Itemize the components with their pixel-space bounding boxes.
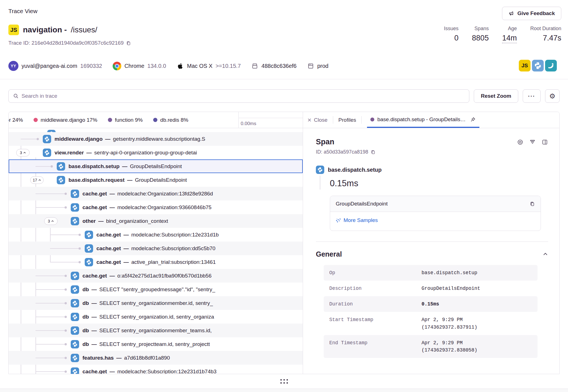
chrome-icon <box>113 62 121 70</box>
span-description: a7d618b8df01a890 <box>124 355 170 361</box>
expand-collapse-pill[interactable]: 3 <box>16 149 30 156</box>
javascript-platform-badge: JS <box>8 25 19 35</box>
span-op: cache.get <box>96 232 121 238</box>
tab-profiles[interactable]: Profiles <box>339 112 356 128</box>
settings-gear-button[interactable]: ⚙ <box>545 89 560 103</box>
drag-handle[interactable] <box>280 379 288 384</box>
section-divider <box>316 242 548 242</box>
stat-value: 7.47s <box>530 34 561 42</box>
search-input[interactable] <box>22 93 465 99</box>
resize-footer <box>0 374 568 389</box>
span-row-truncated[interactable] <box>9 128 303 132</box>
python-icon <box>43 135 51 143</box>
device-id: 488c8c636ef6 <box>261 63 297 69</box>
stat-label: Age <box>502 26 517 32</box>
user-meta[interactable]: YY yuval@pangea-ai.com 1690332 <box>8 61 102 71</box>
collapse-chevron-icon[interactable] <box>543 251 548 257</box>
python-icon <box>71 299 79 307</box>
span-row[interactable]: db—SELECT sentry_organization.id, sentry… <box>9 310 303 324</box>
span-row-selected[interactable]: base.dispatch.setup—GroupDetailsEndpoint <box>9 159 303 173</box>
python-icon <box>71 285 79 294</box>
legend-item[interactable]: or 24% <box>9 117 23 123</box>
tree-connector <box>36 207 65 208</box>
tree-connector <box>36 303 65 303</box>
span-row[interactable]: cache.get—modelcache:Subscription:12e231… <box>9 228 303 242</box>
browser-meta[interactable]: Chrome 134.0.0 <box>113 62 166 70</box>
span-id: ID: a50d33a597ca8198 <box>316 149 368 155</box>
close-icon: × <box>307 117 311 123</box>
span-row[interactable]: db—SELECT sentry_organizationmember_team… <box>9 324 303 337</box>
megaphone-icon <box>508 10 515 16</box>
span-row[interactable]: cache.get—modelcache:Organization:936608… <box>9 200 303 214</box>
span-row[interactable]: cache.get—modelcache:Organization:13fd28… <box>9 187 303 200</box>
span-op: cache.get <box>82 204 107 210</box>
close-detail-tab[interactable]: × Close <box>307 112 328 128</box>
span-row[interactable]: features.has—a7d618b8df01a890 <box>9 351 303 365</box>
span-section-title: Span <box>316 138 334 146</box>
span-row[interactable]: 17base.dispatch.request—GroupDetailsEndp… <box>9 173 303 187</box>
table-row: Op base.dispatch.setup <box>324 265 538 281</box>
legend-item[interactable]: function 9% <box>108 117 143 123</box>
trace-view-page: Trace View Give Feedback JS navigation -… <box>0 0 568 392</box>
span-op: cache.get <box>96 259 121 265</box>
platform-tiles: JS <box>519 60 557 71</box>
python-icon <box>71 190 79 198</box>
device-meta[interactable]: 488c8c636ef6 <box>251 63 297 70</box>
python-icon <box>43 149 51 157</box>
environment-meta[interactable]: prod <box>307 63 328 70</box>
span-row[interactable]: cache.get—modelcache:Subscription:dd5c5b… <box>9 242 303 255</box>
copy-icon[interactable] <box>529 201 535 207</box>
tab-separator <box>333 116 333 124</box>
os-meta[interactable]: Mac OS X >=10.15.7 <box>177 62 241 70</box>
span-row[interactable]: cache.get—modelcache:Subscription:12e231… <box>9 365 303 374</box>
legend-item[interactable]: middleware.django 17% <box>34 117 97 123</box>
stat-label: Issues <box>444 26 458 32</box>
copy-icon[interactable] <box>370 149 376 155</box>
span-row[interactable]: cache.get—o:a5f42e275d1ac91fba90f0b570d1… <box>9 269 303 283</box>
more-samples-link[interactable]: More Samples <box>336 217 378 223</box>
span-row[interactable]: cache.get—active_plan_trial:subscription… <box>9 255 303 269</box>
span-row[interactable]: db—SELECT sentry_projectteam.id, sentry_… <box>9 337 303 351</box>
python-icon <box>57 162 65 171</box>
reset-zoom-button[interactable]: Reset Zoom <box>474 89 518 103</box>
expand-collapse-pill[interactable]: 3 <box>44 217 58 225</box>
span-op: features.has <box>82 355 114 361</box>
span-op: cache.get <box>82 369 107 374</box>
layout-split-icon[interactable] <box>541 139 548 145</box>
general-section-title: General <box>316 250 342 258</box>
span-row[interactable]: 3view.render—sentry-api-0-organization-g… <box>9 146 303 159</box>
span-description: SELECT sentry_projectteam.id, sentry_pro… <box>99 341 210 347</box>
expand-collapse-pill[interactable]: 17 <box>30 176 44 184</box>
filter-funnel-icon[interactable] <box>529 139 536 145</box>
time-marker: 0.00ms <box>241 121 256 126</box>
span-row[interactable]: middleware.django—getsentry.middleware.s… <box>9 132 303 146</box>
tree-connector <box>50 235 79 235</box>
tree-connector <box>50 262 79 262</box>
trace-waterfall: or 24% middleware.django 17% function 9%… <box>8 112 560 374</box>
table-row: Duration 0.15ms <box>324 296 538 312</box>
span-op: db <box>82 328 89 333</box>
span-description: SELECT sentry_organizationmember.id, sen… <box>99 300 213 306</box>
search-icon <box>13 93 19 99</box>
python-icon <box>532 60 544 71</box>
device-icon <box>251 63 258 70</box>
timeline-ruler: 0.00ms <box>238 112 303 128</box>
give-feedback-button[interactable]: Give Feedback <box>502 7 561 20</box>
python-icon <box>47 130 56 132</box>
tree-connector <box>36 358 65 358</box>
focus-target-icon[interactable] <box>517 139 524 145</box>
more-options-button[interactable]: ··· <box>523 89 541 103</box>
table-row: Start Timestamp Apr 2, 9:29 PM(174362937… <box>324 312 538 335</box>
legend-item[interactable]: db.redis 8% <box>153 117 188 123</box>
span-row[interactable]: db—SELECT "sentry_groupedmessage"."id", … <box>9 283 303 296</box>
stat-value: 0 <box>444 34 458 42</box>
span-row[interactable]: db—SELECT sentry_organizationmember.id, … <box>9 296 303 310</box>
tab-span-active[interactable]: base.dispatch.setup - GroupDetails… <box>367 112 479 128</box>
browser-window-icon <box>307 63 314 70</box>
span-row[interactable]: 3other—bind_organization_context <box>9 214 303 228</box>
search-box[interactable] <box>8 89 469 103</box>
span-description: sentry-api-0-organization-group-group-de… <box>94 150 197 156</box>
copy-icon[interactable] <box>126 40 131 46</box>
pin-tab-icon[interactable] <box>470 116 476 123</box>
tree-connector <box>21 139 37 139</box>
